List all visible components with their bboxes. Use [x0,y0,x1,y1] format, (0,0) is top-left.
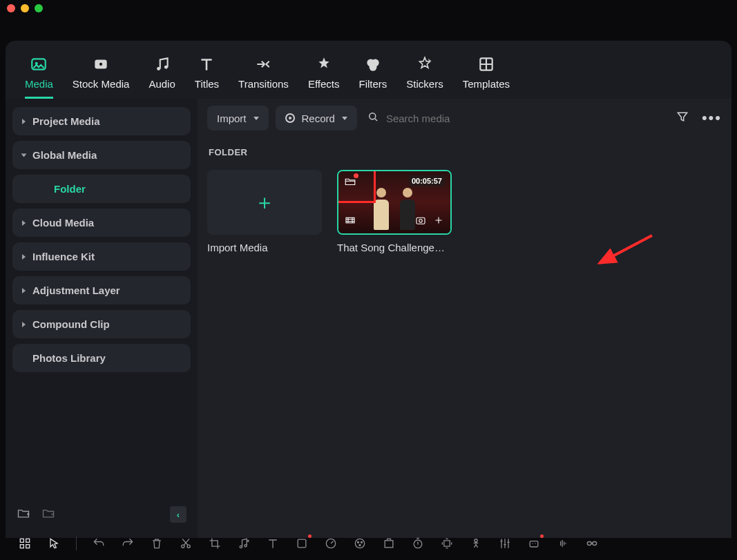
sidebar-item-label: Influence Kit [32,251,95,262]
tab-label: Media [25,78,53,90]
sidebar-item-label: Compound Clip [32,318,110,330]
sidebar-item-label: Cloud Media [32,217,94,229]
section-title: FOLDER [209,147,722,157]
sidebar-item-project-media[interactable]: Project Media [12,107,191,135]
import-media-thumb[interactable]: ＋ [207,170,322,235]
tab-label: Audio [149,78,175,90]
search-icon [367,110,379,126]
import-dropdown[interactable]: Import [207,106,269,131]
sidebar: Project Media Global Media Folder Cloud … [6,99,198,538]
text-icon[interactable] [266,537,280,550]
grid-icon[interactable] [18,537,32,550]
delete-folder-icon[interactable] [41,506,55,523]
window-traffic-lights [0,0,737,17]
stock-media-icon [91,55,111,74]
sidebar-item-label: Project Media [32,115,100,127]
window-close[interactable] [7,4,15,12]
svg-point-25 [355,539,364,548]
adjust-icon[interactable] [498,537,512,550]
badge-dot [354,173,358,178]
svg-point-28 [359,545,361,546]
tab-audio[interactable]: Audio [149,55,175,99]
tab-stock-media[interactable]: Stock Media [73,55,130,99]
ai-icon[interactable] [527,537,541,550]
svg-rect-12 [417,218,425,224]
sidebar-item-global-media[interactable]: Global Media [12,141,191,169]
tab-titles[interactable]: Titles [195,55,219,99]
tab-label: Stickers [406,78,443,90]
audio-icon [153,55,172,74]
tab-label: Transitions [238,78,289,90]
media-clip-card[interactable]: 00:05:57 That Song Challenge… [337,170,452,253]
more-menu-icon[interactable]: ••• [702,115,722,122]
sidebar-item-influence-kit[interactable]: Influence Kit [12,242,191,271]
audio-detach-icon[interactable] [237,537,251,550]
tab-effects[interactable]: Effects [308,55,340,99]
sidebar-item-compound-clip[interactable]: Compound Clip [12,310,191,338]
chevron-down-icon [21,153,27,157]
content-toolbar: Import Record ••• [207,99,722,137]
tab-label: Stock Media [73,78,130,90]
tab-transitions[interactable]: Transitions [238,55,289,99]
tab-templates[interactable]: Templates [463,55,510,99]
redo-icon[interactable] [121,537,135,550]
sidebar-subitem-folder[interactable]: Folder [12,175,191,203]
add-to-timeline-icon[interactable] [432,214,445,229]
timer-icon[interactable] [411,537,425,550]
undo-icon[interactable] [92,537,106,550]
tab-media[interactable]: Media [25,55,53,99]
speed-icon[interactable] [324,537,338,550]
link-icon[interactable] [585,537,599,550]
search-input[interactable] [386,113,538,124]
card-label: Import Media [207,242,322,253]
card-label: That Song Challenge… [337,242,452,253]
cut-icon[interactable] [179,537,193,550]
top-tabbar: Media Stock Media Audio Titles Transitio… [6,41,731,99]
svg-rect-18 [26,545,30,548]
tab-stickers[interactable]: Stickers [406,55,443,99]
media-grid: ＋ Import Media [207,170,722,253]
tab-label: Effects [308,78,340,90]
window-zoom[interactable] [35,4,43,12]
templates-icon [477,55,496,74]
window-minimize[interactable] [21,4,29,12]
mask-icon[interactable] [295,537,309,550]
svg-point-21 [240,545,242,548]
svg-rect-23 [298,539,306,548]
chroma-icon[interactable] [382,537,396,550]
svg-point-10 [370,113,376,119]
cursor-icon[interactable] [47,537,61,550]
delete-icon[interactable] [150,537,164,550]
sidebar-item-label: Adjustment Layer [32,284,120,296]
chevron-right-icon [22,220,26,226]
color-icon[interactable] [353,537,367,550]
svg-rect-11 [346,218,354,223]
filter-icon[interactable] [676,110,689,126]
clip-duration: 00:05:57 [409,175,445,186]
sidebar-item-photos-library[interactable]: Photos Library [12,344,191,372]
import-label: Import [217,113,247,124]
screenshot-icon[interactable] [414,214,427,229]
tab-filters[interactable]: Filters [358,55,387,99]
folder-icon [344,175,356,191]
svg-rect-15 [20,539,23,542]
svg-point-8 [369,64,376,71]
collapse-sidebar-button[interactable]: ‹ [170,506,186,523]
stickers-icon [415,55,434,74]
tab-label: Titles [195,78,219,90]
media-clip-thumb[interactable]: 00:05:57 [337,170,452,235]
waveform-icon[interactable] [556,537,570,550]
new-folder-icon[interactable] [17,506,30,523]
keyframe-icon[interactable] [440,537,454,550]
motion-icon[interactable] [469,537,483,550]
separator [76,537,77,550]
crop-icon[interactable] [208,537,222,550]
svg-point-31 [475,539,477,542]
svg-point-5 [164,66,168,69]
record-dropdown[interactable]: Record [276,106,357,131]
sidebar-item-adjustment-layer[interactable]: Adjustment Layer [12,276,191,305]
chevron-down-icon [253,117,259,120]
import-media-card[interactable]: ＋ Import Media [207,170,322,253]
sidebar-item-cloud-media[interactable]: Cloud Media [12,209,191,237]
svg-point-4 [157,67,160,70]
